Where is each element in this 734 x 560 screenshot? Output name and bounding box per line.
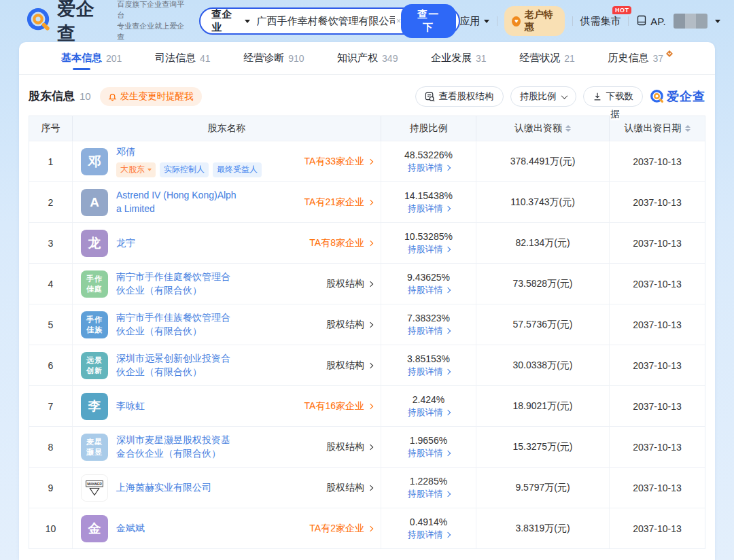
nav-app-download[interactable]: AP. (636, 15, 665, 28)
tab-企业发展[interactable]: 企业发展31 (431, 42, 487, 75)
column-header-ratio: 持股比例 (381, 116, 476, 141)
download-data-button[interactable]: 下载数 据 (583, 86, 644, 107)
equity-structure-link[interactable]: 股权结构 (321, 319, 372, 331)
clear-search-icon[interactable]: × (396, 16, 401, 26)
tab-count: 41 (200, 53, 211, 64)
nav-apps[interactable]: 应用 (460, 15, 489, 28)
sort-icon[interactable] (685, 125, 691, 132)
toolbar-actions: 查看股权结构 持股比例 下载数 据 爱企查 (415, 86, 706, 107)
holding-detail-link[interactable]: 持股详情 (408, 162, 450, 174)
row-index: 10 (29, 508, 73, 548)
shareholder-name-link[interactable]: 上海茵赫实业有限公司 (116, 481, 211, 495)
shareholder-name-link[interactable]: 南宁市手作佳庭餐饮管理合伙企业（有限合伙） (116, 270, 239, 297)
shareholder-name-link[interactable]: 李咏虹 (116, 400, 145, 413)
equity-structure-link[interactable]: 股权结构 (321, 360, 372, 372)
date-cell: 2037-10-13 (610, 427, 705, 467)
chevron-down-icon (245, 20, 250, 23)
shareholder-name-wrap: 深圳市麦星灏昱股权投资基金合伙企业（有限合伙） (116, 434, 239, 460)
hot-badge: HOT (612, 6, 632, 14)
holding-detail-link[interactable]: 持股详情 (408, 406, 450, 419)
column-header-index: 序号 (29, 116, 73, 141)
search-input[interactable]: 广西手作幸村餐饮管理有限公司 (257, 15, 396, 28)
tab-label: 经营状况 (519, 42, 560, 75)
aiqicha-logo-icon (650, 89, 665, 104)
date-cell: 2037-10-13 (610, 264, 705, 304)
ratio-value: 3.85153% (407, 353, 450, 364)
ratio-filter-dropdown[interactable]: 持股比例 (510, 86, 576, 107)
sort-icon[interactable] (565, 125, 571, 132)
row-index: 3 (29, 223, 73, 263)
ratio-value: 10.53285% (404, 231, 453, 242)
tag-实际控制人[interactable]: 实际控制人 (160, 162, 209, 177)
equity-structure-link[interactable]: 股权结构 (321, 441, 372, 453)
table-row: 6远景创新深圳市远景创新创业投资合伙企业（有限合伙）股权结构3.85153%持股… (29, 345, 705, 385)
related-companies-link[interactable]: TA有21家企业 (299, 196, 372, 209)
tag-大股东[interactable]: 大股东 (116, 162, 156, 177)
vip-diamond-icon (666, 48, 673, 59)
tab-司法信息[interactable]: 司法信息41 (155, 42, 211, 75)
brand-logo[interactable]: 爱企查 (26, 0, 110, 46)
shareholder-name-link[interactable]: 南宁市手作佳族餐饮管理合伙企业（有限合伙） (116, 311, 239, 338)
date-cell: 2037-10-13 (610, 345, 705, 385)
related-companies-link[interactable]: TA有33家企业 (299, 156, 372, 168)
holding-detail-link[interactable]: 持股详情 (408, 243, 450, 256)
search-button[interactable]: 查一下 (401, 4, 456, 38)
bell-icon (108, 92, 117, 101)
nav-market[interactable]: 供需集市 HOT (580, 15, 621, 28)
nav-promo[interactable]: ♥ 老户特惠 (504, 6, 564, 36)
shareholder-tags: 大股东实际控制人最终受益人 (116, 162, 262, 177)
avatar: 手作佳庭 (81, 270, 108, 298)
avatar: 远景创新 (81, 352, 108, 379)
date-cell: 2037-10-13 (610, 508, 705, 548)
shareholder-name-link[interactable]: Astrend IV (Hong Kong)Alpha Limited (116, 189, 239, 215)
column-header-amount: 认缴出资额 (476, 116, 610, 141)
equity-structure-link[interactable]: 股权结构 (321, 482, 372, 494)
ratio-value: 48.53226% (404, 150, 453, 160)
shareholder-name-link[interactable]: 深圳市远景创新创业投资合伙企业（有限合伙） (116, 352, 239, 379)
date-cell: 2037-10-13 (610, 182, 705, 222)
chevron-down-icon[interactable] (715, 20, 720, 23)
tab-历史信息[interactable]: 历史信息37 (608, 42, 673, 75)
shareholder-name-link[interactable]: 龙宇 (116, 237, 135, 250)
avatar: 麦星灏昱 (81, 434, 108, 461)
change-remind-button[interactable]: 发生变更时提醒我 (100, 87, 202, 106)
svg-text:MANNER: MANNER (87, 483, 102, 486)
related-companies-link[interactable]: TA有16家企业 (299, 400, 372, 413)
avatar: 金 (81, 515, 108, 542)
holding-detail-link[interactable]: 持股详情 (408, 366, 450, 378)
tab-基本信息[interactable]: 基本信息201 (61, 42, 122, 75)
amount-cell: 15.3275万(元) (476, 427, 610, 467)
holding-detail-link[interactable]: 持股详情 (408, 203, 450, 215)
shareholder-name-wrap: 深圳市远景创新创业投资合伙企业（有限合伙） (116, 352, 239, 379)
user-avatar[interactable] (674, 14, 707, 29)
holding-detail-link[interactable]: 持股详情 (408, 529, 450, 541)
holding-detail-link[interactable]: 持股详情 (408, 325, 450, 337)
shareholder-name-link[interactable]: 金斌斌 (116, 522, 145, 536)
shareholder-name-wrap: 上海茵赫实业有限公司 (116, 481, 211, 495)
holding-detail-link[interactable]: 持股详情 (408, 488, 450, 500)
related-companies-link[interactable]: TA有8家企业 (304, 237, 372, 249)
aiqicha-logo-icon (26, 7, 52, 35)
amount-cell: 30.0338万(元) (476, 345, 610, 385)
equity-structure-link[interactable]: 股权结构 (321, 278, 372, 290)
table-row: 9MANNER上海茵赫实业有限公司股权结构1.2285%持股详情9.5797万(… (29, 467, 705, 508)
related-companies-link[interactable]: TA有2家企业 (304, 523, 372, 535)
chevron-down-icon (147, 169, 152, 171)
holding-detail-link[interactable]: 持股详情 (408, 284, 450, 296)
ratio-cell: 48.53226%持股详情 (381, 141, 476, 181)
section-title: 股东信息 (29, 86, 75, 107)
view-equity-structure-button[interactable]: 查看股权结构 (415, 86, 504, 107)
search-category-dropdown[interactable]: 查企业 (211, 8, 249, 34)
tab-知识产权[interactable]: 知识产权349 (337, 42, 398, 75)
shareholder-cell: 金金斌斌TA有2家企业 (73, 508, 381, 548)
ratio-cell: 3.85153%持股详情 (381, 345, 476, 385)
holding-detail-link[interactable]: 持股详情 (408, 447, 450, 459)
amount-cell: 9.5797万(元) (476, 468, 610, 508)
shareholder-name-link[interactable]: 邓倩 (116, 145, 239, 159)
tab-label: 经营诊断 (243, 42, 284, 75)
tab-经营状况[interactable]: 经营状况21 (519, 42, 575, 75)
tag-最终受益人[interactable]: 最终受益人 (213, 162, 262, 177)
row-index: 9 (29, 468, 73, 508)
tab-经营诊断[interactable]: 经营诊断910 (243, 42, 304, 75)
shareholder-name-link[interactable]: 深圳市麦星灏昱股权投资基金合伙企业（有限合伙） (116, 434, 239, 460)
